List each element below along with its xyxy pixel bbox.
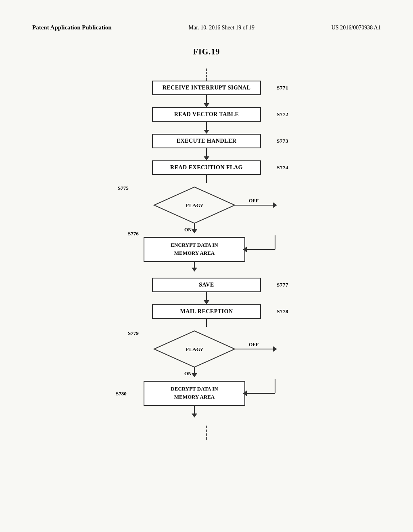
svg-text:ON: ON: [184, 227, 192, 233]
step-s777-label: S777: [277, 282, 288, 288]
step-s774-label: S774: [277, 164, 288, 171]
bottom-connector-wrapper: [206, 426, 207, 440]
step-s772-wrapper: READ VECTOR TABLE S772: [106, 107, 307, 122]
svg-rect-9: [144, 237, 245, 262]
step-s776-section: ENCRYPT DATA IN MEMORY AREA: [106, 235, 307, 276]
arrow1: [204, 103, 209, 107]
header: Patent Application Publication Mar. 10, …: [32, 24, 381, 31]
svg-text:FLAG?: FLAG?: [186, 202, 203, 208]
svg-text:S779: S779: [128, 330, 139, 336]
step-s777-wrapper: SAVE S777: [106, 278, 307, 292]
diamond-s779-section: S779 FLAG? ON OFF: [106, 327, 307, 379]
step-s773-box: EXECUTE HANDLER S773: [152, 134, 261, 148]
step-s778-box: MAIL RECEPTION S778: [152, 304, 261, 319]
step-s773-wrapper: EXECUTE HANDLER S773: [106, 134, 307, 148]
step-s774-wrapper: READ EXECUTION FLAG S774: [106, 160, 307, 175]
step-s772-label: S772: [277, 111, 288, 118]
conn5: [206, 292, 207, 300]
header-title: Patent Application Publication: [32, 24, 112, 31]
top-connector: [206, 69, 207, 81]
bottom-connector: [206, 426, 207, 440]
svg-text:ENCRYPT DATA IN: ENCRYPT DATA IN: [171, 242, 218, 248]
svg-rect-27: [144, 381, 245, 405]
conn4: [206, 175, 207, 183]
step-s778-wrapper: MAIL RECEPTION S778: [106, 304, 307, 319]
flowchart: RECEIVE INTERRUPT SIGNAL S771 READ VECTO…: [106, 69, 307, 440]
conn2: [206, 122, 207, 130]
step-s771-box: RECEIVE INTERRUPT SIGNAL S771: [152, 81, 261, 95]
arrow3: [204, 156, 209, 160]
conn1: [206, 95, 207, 103]
svg-text:MEMORY AREA: MEMORY AREA: [174, 394, 215, 400]
conn6: [206, 319, 207, 327]
page: Patent Application Publication Mar. 10, …: [0, 0, 413, 532]
svg-marker-13: [192, 268, 197, 272]
step-s774-box: READ EXECUTION FLAG S774: [152, 160, 261, 175]
step-s773-label: S773: [277, 138, 288, 144]
diamond-svg-s775: FLAG? ON OFF S776: [106, 183, 307, 235]
diamond-svg-s779: S779 FLAG? ON OFF: [106, 327, 307, 379]
svg-marker-24: [273, 346, 277, 352]
svg-marker-3: [192, 229, 197, 233]
svg-marker-21: [192, 373, 197, 377]
step-s772-box: READ VECTOR TABLE S772: [152, 107, 261, 122]
svg-text:S780: S780: [116, 391, 127, 397]
step-s771-wrapper: RECEIVE INTERRUPT SIGNAL S771: [106, 81, 307, 95]
step-s776-svg: ENCRYPT DATA IN MEMORY AREA: [106, 235, 307, 276]
step-s780-section: S780 DECRYPT DATA IN MEMORY AREA: [106, 379, 307, 424]
diamond-s775-section: S775 FLAG? ON OFF S776: [106, 183, 307, 235]
arrow5: [204, 300, 209, 304]
svg-text:DECRYPT DATA IN: DECRYPT DATA IN: [171, 386, 218, 392]
svg-text:FLAG?: FLAG?: [186, 346, 203, 352]
conn3: [206, 148, 207, 156]
svg-text:S776: S776: [128, 231, 139, 235]
svg-text:OFF: OFF: [249, 198, 259, 204]
step-s771-label: S771: [277, 85, 288, 91]
svg-text:MEMORY AREA: MEMORY AREA: [174, 250, 215, 256]
step-s778-label: S778: [277, 308, 288, 315]
svg-marker-6: [273, 202, 277, 208]
svg-marker-31: [192, 414, 197, 418]
step-s777-box: SAVE S777: [152, 278, 261, 292]
svg-text:OFF: OFF: [249, 342, 259, 347]
header-patent: US 2016/0070938 A1: [332, 25, 381, 31]
svg-text:ON: ON: [184, 371, 192, 376]
step-s780-svg: S780 DECRYPT DATA IN MEMORY AREA: [106, 379, 307, 424]
header-date-sheet: Mar. 10, 2016 Sheet 19 of 19: [189, 25, 254, 31]
figure-title: FIG.19: [32, 47, 381, 56]
arrow2: [204, 130, 209, 134]
